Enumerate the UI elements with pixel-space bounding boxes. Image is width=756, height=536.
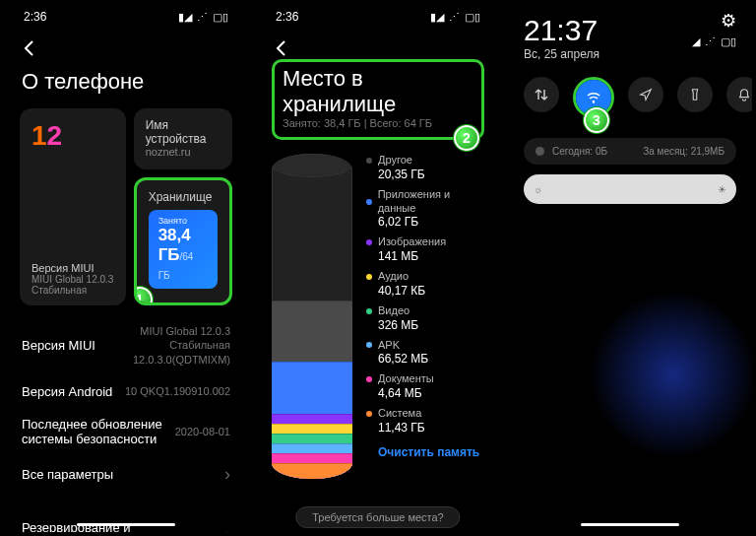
status-bar: 2:36 ▮◢ ⋰ ▢▯ [20, 4, 232, 34]
storage-gauge: Занято 38,4 ГБ/64 ГБ [149, 210, 218, 289]
row-security-update[interactable]: Последнее обновление системы безопасност… [20, 408, 232, 455]
data-usage-pill[interactable]: Сегодня: 0Б За месяц: 21,9МБ [524, 138, 736, 165]
miui-version-value: MIUI Global 12.0.3 [32, 274, 114, 285]
status-icons: ◢ ⋰ ▢▯ [692, 35, 736, 48]
svg-point-0 [593, 101, 595, 103]
settings-icon[interactable]: ⚙ [692, 10, 736, 32]
need-more-space[interactable]: Требуется больше места? [295, 506, 460, 528]
color-dot [366, 239, 372, 245]
color-dot [366, 158, 372, 164]
storage-subtitle: Занято: 38,4 ГБ | Всего: 64 ГБ [283, 117, 473, 129]
status-time: 2:36 [276, 10, 298, 24]
home-indicator[interactable] [77, 523, 175, 526]
usage-month: За месяц: 21,9МБ [643, 146, 724, 157]
miui-logo: 12 [32, 122, 114, 150]
tile-flashlight[interactable] [677, 77, 713, 112]
tile-location[interactable] [628, 77, 663, 112]
brightness-slider[interactable]: ☼ ☀ [524, 174, 736, 204]
device-name-card[interactable]: Имя устройства noznet.ru [134, 108, 232, 169]
storage-label: Хранилище [149, 190, 218, 204]
storage-card[interactable]: Хранилище Занято 38,4 ГБ/64 ГБ 1 [134, 177, 232, 305]
status-bar: 2:36 ▮◢ ⋰ ▢▯ [272, 4, 484, 34]
status-time: 2:36 [24, 10, 46, 24]
callout-badge-1: 1 [134, 287, 153, 305]
legend-item[interactable]: Изображения141 МБ [366, 235, 484, 264]
storage-legend: Другое20,35 ГБПриложения и данные6,02 ГБ… [366, 154, 484, 479]
background-glow [575, 276, 752, 473]
signal-icon: ◢ [692, 35, 700, 48]
clear-storage-link[interactable]: Очистить память [378, 445, 484, 459]
battery-icon: ▢▯ [465, 11, 480, 24]
brightness-low-icon: ☼ [534, 184, 542, 195]
qs-date: Вс, 25 апреля [524, 47, 599, 61]
usage-today: Сегодня: 0Б [552, 146, 607, 157]
row-backup-restore[interactable]: Резервирование и восстановление [20, 511, 232, 532]
storage-title-wrap: Место в хранилище Занято: 38,4 ГБ | Всег… [272, 59, 484, 140]
legend-item[interactable]: Приложения и данные6,02 ГБ [366, 188, 484, 231]
status-icons: ▮◢ ⋰ ▢▯ [430, 11, 480, 24]
signal-icon: ▮◢ [430, 11, 444, 24]
storage-used-label: Занято [158, 216, 208, 226]
wifi-icon: ⋰ [449, 11, 460, 24]
row-miui-version[interactable]: Версия MIUI MIUI Global 12.0.3 Стабильна… [20, 315, 232, 375]
miui-version-card[interactable]: 12 Версия MIUI MIUI Global 12.0.3 Стабил… [20, 108, 126, 305]
device-name-value: noznet.ru [146, 146, 220, 158]
page-title: Место в хранилище [283, 66, 473, 117]
legend-item[interactable]: Система11,43 ГБ [366, 407, 484, 436]
color-dot [366, 376, 372, 382]
home-indicator[interactable] [581, 523, 679, 526]
miui-version-label: Версия MIUI [32, 262, 114, 274]
phone-about: 2:36 ▮◢ ⋰ ▢▯ О телефоне 12 Версия MIUI M… [4, 4, 248, 532]
color-dot [366, 342, 372, 348]
legend-item[interactable]: Другое20,35 ГБ [366, 154, 484, 182]
wifi-icon: ⋰ [197, 11, 208, 24]
storage-cylinder [272, 154, 352, 479]
battery-icon: ▢▯ [721, 35, 736, 48]
color-dot [366, 308, 372, 314]
color-dot [366, 199, 372, 205]
back-button[interactable] [20, 34, 49, 63]
dot-icon [536, 147, 544, 156]
legend-item[interactable]: APK66,52 МБ [366, 339, 484, 368]
brightness-high-icon: ☀ [718, 184, 726, 195]
legend-item[interactable]: Документы4,64 МБ [366, 372, 484, 401]
signal-icon: ▮◢ [178, 11, 192, 24]
legend-item[interactable]: Аудио40,17 КБ [366, 270, 484, 299]
row-all-params[interactable]: Все параметры [20, 455, 232, 494]
tile-dnd[interactable] [726, 77, 752, 112]
tile-data[interactable] [524, 77, 559, 112]
phone-storage: 2:36 ▮◢ ⋰ ▢▯ Место в хранилище Занято: 3… [256, 4, 500, 532]
qs-time: 21:37 [524, 14, 599, 47]
row-android-version[interactable]: Версия Android 10 QKQ1.190910.002 [20, 375, 232, 408]
page-title: О телефоне [22, 69, 230, 95]
color-dot [366, 411, 372, 417]
callout-badge-3: 3 [584, 107, 609, 133]
wifi-icon: ⋰ [705, 35, 716, 48]
battery-icon: ▢▯ [213, 11, 228, 24]
color-dot [366, 274, 372, 280]
callout-badge-2: 2 [454, 125, 479, 151]
status-icons: ▮◢ ⋰ ▢▯ [178, 11, 228, 24]
miui-channel: Стабильная [32, 285, 114, 296]
device-name-label: Имя устройства [146, 118, 220, 146]
legend-item[interactable]: Видео326 МБ [366, 304, 484, 333]
phone-quick-settings: 21:37 Вс, 25 апреля ⚙ ◢ ⋰ ▢▯ 3 [508, 4, 752, 532]
